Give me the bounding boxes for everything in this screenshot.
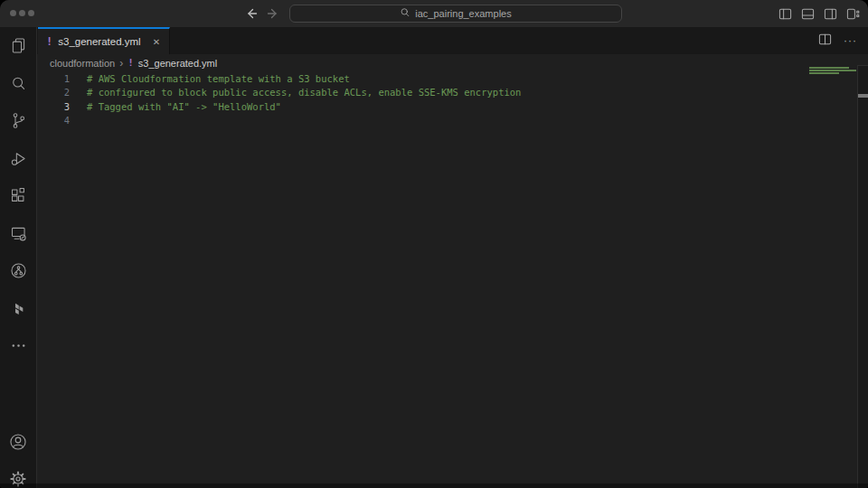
magnifier-icon	[9, 74, 28, 93]
code-text: # configured to block public access, dis…	[87, 87, 521, 98]
line-number[interactable]: 1	[37, 73, 70, 84]
code-line-2[interactable]: 2 # configured to block public access, d…	[37, 86, 868, 100]
close-window-button[interactable]	[10, 10, 16, 16]
sidebar-item-more-views[interactable]	[0, 327, 36, 365]
workspace-search-label: iac_pairing_examples	[415, 8, 511, 19]
line-number[interactable]: 4	[37, 115, 70, 126]
activity-bar	[0, 27, 37, 488]
traffic-lights	[10, 10, 34, 16]
sidebar-item-run-debug[interactable]	[0, 140, 36, 178]
toggle-secondary-sidebar-icon[interactable]	[824, 7, 837, 24]
zoom-window-button[interactable]	[28, 10, 34, 16]
sidebar-item-search[interactable]	[0, 65, 36, 103]
minimap[interactable]	[809, 67, 856, 75]
breadcrumb: cloudformation › ! s3_generated.yml	[37, 54, 868, 71]
code-text: # Tagged with "AI" -> "HelloWorld"	[87, 101, 281, 112]
code-editor[interactable]: 1 # AWS Cloudformation template with a S…	[37, 71, 868, 488]
breadcrumb-folder[interactable]: cloudformation	[50, 58, 115, 69]
code-text: # AWS Cloudformation template with a S3 …	[87, 73, 350, 84]
sidebar-item-terraform[interactable]	[0, 290, 36, 328]
chevron-right-icon: ›	[119, 57, 123, 70]
gear-icon	[8, 469, 28, 488]
minimap-line	[809, 72, 839, 74]
title-bar: iac_pairing_examples	[0, 0, 868, 27]
code-line-3[interactable]: 3 # Tagged with "AI" -> "HelloWorld"	[37, 99, 868, 114]
line-number-active[interactable]: 3	[37, 101, 70, 112]
run-debug-icon	[9, 149, 28, 168]
settings-button[interactable]	[0, 460, 36, 488]
customize-layout-icon[interactable]	[846, 7, 860, 24]
terraform-icon	[9, 299, 28, 318]
toggle-panel-icon[interactable]	[801, 7, 815, 24]
breadcrumb-file[interactable]: s3_generated.yml	[138, 58, 217, 69]
vscode-window: iac_pairing_examples	[0, 0, 868, 488]
editor-tab-bar: ! s3_generated.yml ✕ ···	[37, 27, 868, 54]
forward-icon[interactable]	[266, 6, 280, 21]
files-icon	[9, 36, 28, 55]
extensions-icon	[9, 186, 28, 205]
tab-s3-generated-yml[interactable]: ! s3_generated.yml ✕	[38, 27, 170, 54]
minimap-line	[809, 70, 856, 71]
sidebar-item-source-control[interactable]	[0, 102, 36, 140]
sidebar-item-extensions[interactable]	[0, 177, 36, 215]
git-branch-icon	[9, 111, 28, 130]
sidebar-item-remote-explorer[interactable]	[0, 215, 36, 253]
line-number[interactable]: 2	[37, 87, 70, 98]
back-icon[interactable]	[244, 6, 259, 21]
circle-branch-icon	[9, 261, 28, 280]
tab-close-icon[interactable]: ✕	[153, 37, 160, 47]
search-icon	[400, 7, 410, 20]
code-line-4[interactable]: 4	[37, 114, 868, 128]
code-line-1[interactable]: 1 # AWS Cloudformation template with a S…	[37, 71, 868, 86]
ellipsis-icon	[9, 336, 28, 355]
tab-label: s3_generated.yml	[58, 36, 140, 47]
scrollbar-thumb[interactable]	[858, 94, 868, 98]
sidebar-item-explorer[interactable]	[0, 27, 36, 65]
more-actions-icon[interactable]: ···	[844, 34, 857, 47]
sidebar-item-source-control-graph[interactable]	[0, 252, 36, 290]
yaml-file-icon: !	[127, 57, 134, 69]
minimap-line	[809, 67, 849, 69]
split-editor-icon[interactable]	[818, 33, 832, 50]
accounts-button[interactable]	[0, 423, 36, 461]
editor-scrollbar[interactable]	[857, 65, 868, 488]
command-center-search[interactable]: iac_pairing_examples	[289, 5, 622, 23]
minimize-window-button[interactable]	[19, 10, 25, 16]
toggle-primary-sidebar-icon[interactable]	[778, 7, 792, 24]
account-icon	[8, 432, 28, 452]
yaml-file-icon: !	[46, 35, 52, 48]
remote-explorer-icon	[9, 224, 28, 243]
